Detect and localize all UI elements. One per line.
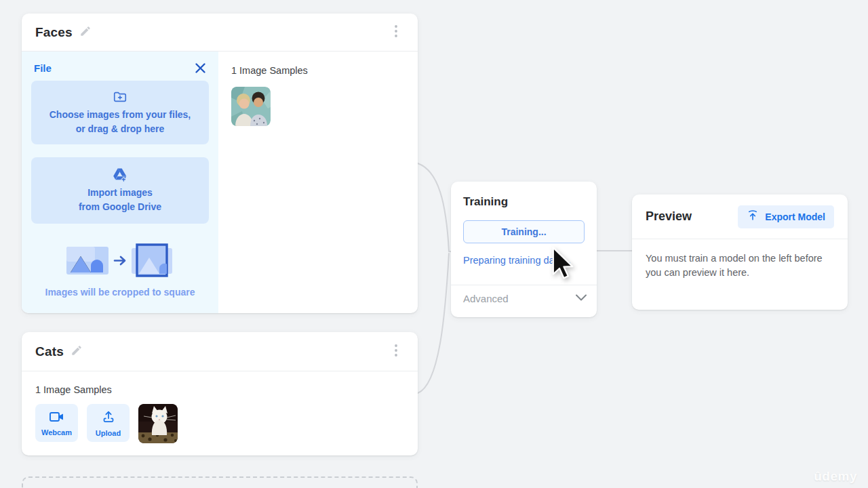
drive-import-label-line2: from Google Drive	[79, 200, 161, 214]
kebab-menu-icon[interactable]	[388, 341, 404, 363]
training-divider	[451, 285, 597, 285]
webcam-icon	[49, 410, 65, 426]
edit-pencil-icon[interactable]	[79, 25, 92, 40]
class-title-faces: Faces	[35, 25, 73, 40]
class-title-cats: Cats	[35, 344, 64, 359]
crop-note-text: Images will be cropped to square	[31, 287, 209, 298]
close-icon[interactable]	[195, 62, 206, 74]
export-model-button[interactable]: Export Model	[738, 205, 834, 228]
export-model-label: Export Model	[765, 211, 825, 222]
create-new-folder-icon	[113, 89, 127, 104]
advanced-label: Advanced	[463, 293, 509, 304]
choose-files-label-line2: or drag & drop here	[76, 122, 165, 136]
upload-button-label: Upload	[96, 429, 121, 437]
kebab-menu-icon[interactable]	[388, 22, 404, 43]
file-upload-panel: File Choose images from your files, or d…	[22, 52, 218, 313]
faces-samples-count: 1 Image Samples	[231, 65, 308, 76]
google-drive-import-button[interactable]: Import images from Google Drive	[31, 157, 209, 224]
cats-sample-image[interactable]	[138, 404, 178, 443]
google-drive-add-icon	[112, 167, 128, 182]
class-card-faces: Faces File Choose images from your files…	[22, 14, 418, 313]
upload-icon	[101, 409, 116, 427]
edit-pencil-icon[interactable]	[71, 344, 83, 359]
add-class-dropzone[interactable]	[22, 476, 418, 488]
webcam-button-label: Webcam	[41, 428, 72, 436]
faces-sample-image[interactable]	[231, 87, 271, 126]
udemy-watermark: ûdemy	[814, 469, 857, 484]
advanced-toggle[interactable]: Advanced	[463, 292, 587, 304]
choose-files-label-line1: Choose images from your files,	[50, 108, 191, 122]
faces-samples-area: 1 Image Samples	[218, 52, 308, 313]
cats-samples-count: 1 Image Samples	[35, 384, 404, 395]
crop-to-square-illustration	[31, 243, 209, 278]
chevron-down-icon	[575, 292, 587, 304]
webcam-button[interactable]: Webcam	[35, 404, 78, 442]
mouse-cursor	[549, 247, 576, 283]
cats-card-header: Cats	[22, 332, 418, 371]
preview-title: Preview	[646, 209, 692, 224]
drive-import-label-line1: Import images	[87, 186, 153, 200]
export-upload-icon	[747, 209, 759, 224]
preview-card: Preview Export Model You must train a mo…	[632, 195, 848, 310]
training-title: Training	[463, 195, 585, 209]
faces-card-header: Faces	[22, 14, 418, 51]
choose-files-dropzone[interactable]: Choose images from your files, or drag &…	[31, 81, 209, 144]
class-card-cats: Cats 1 Image Samples Webcam Upload	[22, 332, 418, 455]
upload-button[interactable]: Upload	[87, 404, 130, 442]
file-tab-label: File	[34, 62, 52, 74]
train-model-button[interactable]: Training...	[463, 220, 585, 243]
preview-empty-message: You must train a model on the left befor…	[646, 251, 838, 280]
